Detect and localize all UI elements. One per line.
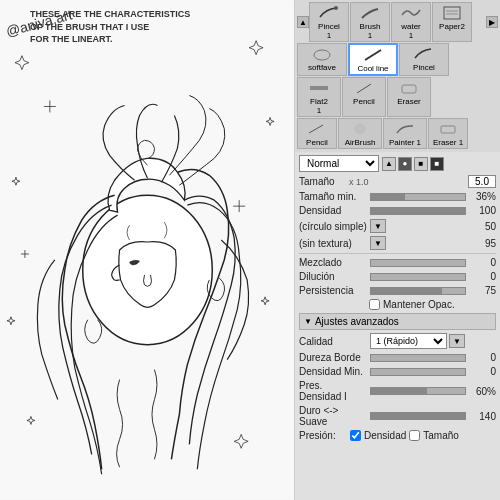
persistencia-slider[interactable] — [370, 287, 466, 295]
densidad-value: 100 — [468, 205, 496, 216]
dureza-label: Dureza Borde — [299, 352, 367, 363]
eraser-icon — [397, 79, 421, 97]
pres-densidad-slider[interactable] — [370, 387, 466, 395]
pres-densidad-bar[interactable]: 60% — [370, 386, 496, 397]
textura-dropdown[interactable]: ▼ — [370, 236, 386, 250]
painter1-label: Painter 1 — [389, 138, 421, 147]
blend-mode-select[interactable]: Normal — [299, 155, 379, 172]
duro-suave-slider[interactable] — [370, 412, 466, 420]
preset-pencil[interactable]: Pencil — [342, 77, 386, 117]
textura-row: (sin textura) ▼ 95 — [299, 236, 496, 250]
pincel-icon — [317, 4, 341, 22]
blend-mode-row: Normal ▲ ● ■ ■ — [299, 155, 496, 172]
densidad-min-slider[interactable] — [370, 368, 466, 376]
circulo-label: (círculo simple) — [299, 221, 367, 232]
densidad-row: Densidad 100 — [299, 205, 496, 216]
densidad-bar[interactable]: 100 — [370, 205, 496, 216]
circulo-value: 50 — [468, 221, 496, 232]
preset-flat2[interactable]: Flat2 1 — [297, 77, 341, 117]
mezclado-value: 0 — [468, 257, 496, 268]
preset-paper2-label: Paper2 — [439, 22, 465, 31]
preset-airbrush[interactable]: AirBrush — [338, 118, 382, 149]
dureza-value: 0 — [468, 352, 496, 363]
shape-sq2-btn[interactable]: ■ — [430, 157, 444, 171]
dilucion-slider[interactable] — [370, 273, 466, 281]
persistencia-label: Persistencia — [299, 285, 367, 296]
tamano-x-label: x 1.0 — [349, 177, 369, 187]
description-text: These are the characteristics of the bru… — [30, 8, 190, 46]
preset-eraser[interactable]: Eraser — [387, 77, 431, 117]
svg-point-8 — [334, 6, 338, 10]
dureza-row: Dureza Borde 0 — [299, 352, 496, 363]
preset-softfave[interactable]: softfave — [297, 43, 347, 76]
presion-tamano-checkbox[interactable] — [409, 430, 420, 441]
mezclado-slider[interactable] — [370, 259, 466, 267]
tamano-min-value: 36% — [468, 191, 496, 202]
densidad-min-label: Densidad Min. — [299, 366, 367, 377]
preset-water-num: 1 — [409, 31, 413, 40]
mezclado-bar[interactable]: 0 — [370, 257, 496, 268]
persistencia-value: 75 — [468, 285, 496, 296]
water-icon — [399, 4, 423, 22]
presion-tamano-label: Tamaño — [423, 430, 459, 441]
tamano-input[interactable] — [468, 175, 496, 188]
calidad-dropdown[interactable]: ▼ — [449, 334, 465, 348]
preset-brush-num: 1 — [368, 31, 372, 40]
tamano-row: Tamaño x 1.0 — [299, 175, 496, 188]
ajustes-avanzados-section[interactable]: ▼ Ajustes avanzados — [299, 313, 496, 330]
presion-densidad-checkbox[interactable] — [350, 430, 361, 441]
preset-pincel2[interactable]: Pincel — [399, 43, 449, 76]
cool-line-icon — [361, 46, 385, 64]
preset-paper2[interactable]: Paper2 — [432, 2, 472, 42]
mantener-opac-label: Mantener Opac. — [383, 299, 455, 310]
presion-label: Presión: — [299, 430, 347, 441]
preset-pincel[interactable]: Pincel 1 — [309, 2, 349, 42]
flat2-icon — [307, 79, 331, 97]
densidad-min-bar[interactable]: 0 — [370, 366, 496, 377]
tamano-min-slider[interactable] — [370, 193, 466, 201]
painter1-icon — [393, 120, 417, 138]
svg-point-17 — [359, 128, 361, 130]
brush-icon — [358, 4, 382, 22]
preset-eraser1[interactable]: Eraser 1 — [428, 118, 468, 149]
scroll-up-arrow[interactable]: ▲ — [297, 16, 309, 28]
textura-value: 95 — [468, 238, 496, 249]
softfave-icon — [310, 45, 334, 63]
calidad-label: Calidad — [299, 336, 367, 347]
persistencia-bar[interactable]: 75 — [370, 285, 496, 296]
cool-line-label: Cool line — [357, 64, 388, 73]
tamano-min-bar[interactable]: 36% — [370, 191, 496, 202]
densidad-min-value: 0 — [468, 366, 496, 377]
eraser1-label: Eraser 1 — [433, 138, 463, 147]
dureza-slider[interactable] — [370, 354, 466, 362]
pencil-icon — [352, 79, 376, 97]
dilucion-row: Dilución 0 — [299, 271, 496, 282]
ajustes-label: Ajustes avanzados — [315, 316, 399, 327]
preset-painter1[interactable]: Painter 1 — [383, 118, 427, 149]
dilucion-label: Dilución — [299, 271, 367, 282]
ajustes-arrow: ▼ — [304, 317, 312, 326]
duro-suave-bar[interactable]: 140 — [370, 411, 496, 422]
preset-cool-line[interactable]: Cool line — [348, 43, 398, 76]
pres-densidad-value: 60% — [468, 386, 496, 397]
flat2-label: Flat2 — [310, 97, 328, 106]
preset-water[interactable]: water 1 — [391, 2, 431, 42]
dilucion-value: 0 — [468, 271, 496, 282]
preset-brush[interactable]: Brush 1 — [350, 2, 390, 42]
shape-triangle-btn[interactable]: ▲ — [382, 157, 396, 171]
drawing-area: @aniva.art These are the characteristics… — [0, 0, 295, 500]
scroll-right-arrow[interactable]: ▶ — [486, 16, 498, 28]
duro-suave-value: 140 — [468, 411, 496, 422]
mantener-opac-checkbox[interactable] — [369, 299, 380, 310]
dilucion-bar[interactable]: 0 — [370, 271, 496, 282]
densidad-slider[interactable] — [370, 207, 466, 215]
mantener-opac-row: Mantener Opac. — [299, 299, 496, 310]
airbrush-label: AirBrush — [345, 138, 376, 147]
preset-pencil2[interactable]: Pencil — [297, 118, 337, 149]
circulo-dropdown[interactable]: ▼ — [370, 219, 386, 233]
calidad-select[interactable]: 1 (Rápido) — [370, 333, 447, 349]
shape-sq1-btn[interactable]: ■ — [414, 157, 428, 171]
dureza-bar[interactable]: 0 — [370, 352, 496, 363]
shape-circle-btn[interactable]: ● — [398, 157, 412, 171]
svg-rect-13 — [310, 86, 328, 90]
